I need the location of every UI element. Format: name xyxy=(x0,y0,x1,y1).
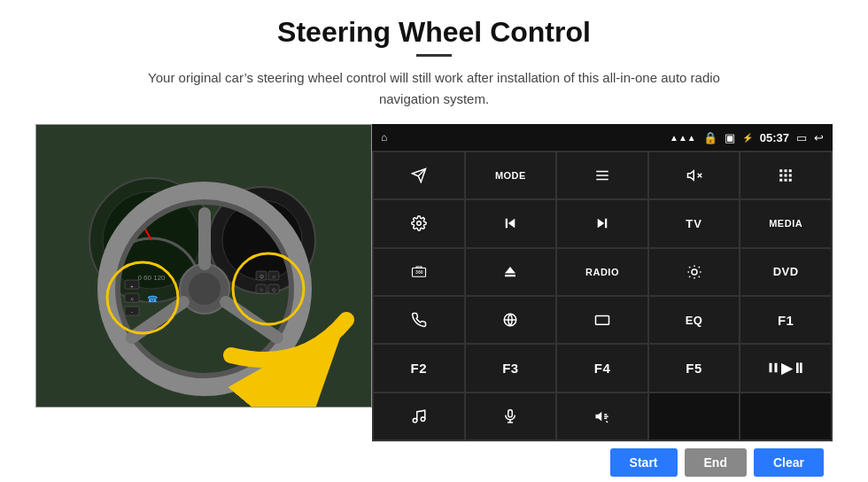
btn-media[interactable]: MEDIA xyxy=(740,200,831,246)
wifi-icon: ▲▲▲ xyxy=(670,133,696,143)
btn-play-pause[interactable]: ▶⏸ xyxy=(740,345,831,391)
btn-f5[interactable]: F5 xyxy=(649,345,740,391)
title-divider xyxy=(416,54,452,57)
btn-tv[interactable]: TV xyxy=(649,200,740,246)
btn-360[interactable]: 360 xyxy=(374,249,464,295)
svg-marker-78 xyxy=(595,412,601,422)
btn-phone[interactable] xyxy=(374,297,464,343)
svg-line-64 xyxy=(698,276,699,277)
svg-rect-44 xyxy=(785,175,787,177)
bt-icon: ⚡ xyxy=(742,133,753,143)
steering-wheel-svg: 0 60 120 xyxy=(36,125,372,408)
screen-icon: ▭ xyxy=(796,131,807,144)
svg-point-10 xyxy=(189,273,221,305)
svg-rect-40 xyxy=(779,169,782,172)
btn-prev[interactable] xyxy=(466,200,556,246)
clear-button[interactable]: Clear xyxy=(754,448,824,477)
page-title: Steering Wheel Control xyxy=(277,16,591,49)
svg-rect-70 xyxy=(769,363,771,373)
svg-rect-43 xyxy=(779,175,782,177)
svg-text:◇: ◇ xyxy=(272,287,276,292)
btn-music[interactable] xyxy=(374,393,464,439)
btn-f4[interactable]: F4 xyxy=(557,345,647,391)
svg-point-49 xyxy=(417,222,422,226)
back-icon: ↩ xyxy=(814,131,824,144)
svg-line-66 xyxy=(698,267,699,268)
svg-rect-47 xyxy=(785,179,787,182)
btn-list[interactable] xyxy=(557,152,647,198)
btn-dvd[interactable]: DVD xyxy=(740,249,831,295)
time-display: 05:37 xyxy=(760,131,789,144)
page-subtitle: Your original car’s steering wheel contr… xyxy=(124,67,744,110)
btn-eject[interactable] xyxy=(466,249,556,295)
status-bar: ⌂ ▲▲▲ 🔒 ▣ ⚡ 05:37 ▭ ↩ xyxy=(372,124,833,151)
svg-rect-48 xyxy=(789,179,792,182)
svg-text:♫: ♫ xyxy=(130,296,134,301)
content-row: 0 60 120 xyxy=(35,124,833,482)
status-bar-left: ⌂ xyxy=(381,131,387,144)
svg-text:+: + xyxy=(131,284,134,289)
btn-settings[interactable] xyxy=(374,200,464,246)
btn-send[interactable] xyxy=(374,152,464,198)
end-button[interactable]: End xyxy=(685,448,747,477)
svg-rect-45 xyxy=(789,175,792,177)
btn-browse[interactable] xyxy=(466,297,556,343)
svg-rect-71 xyxy=(774,363,777,373)
svg-rect-75 xyxy=(508,409,513,416)
lock-icon: 🔒 xyxy=(703,131,717,144)
svg-line-65 xyxy=(689,276,690,277)
btn-screen-small[interactable] xyxy=(557,297,647,343)
btn-empty-2 xyxy=(740,393,831,439)
btn-f3[interactable]: F3 xyxy=(466,345,556,391)
btn-mic[interactable] xyxy=(466,393,556,439)
svg-text:☼: ☼ xyxy=(271,274,276,279)
svg-text:⊙: ⊙ xyxy=(260,274,264,279)
page-container: Steering Wheel Control Your original car… xyxy=(0,0,868,482)
steering-wheel-bg: 0 60 120 xyxy=(36,125,371,407)
btn-f2[interactable]: F2 xyxy=(374,345,464,391)
btn-mute[interactable] xyxy=(649,152,740,198)
svg-rect-57 xyxy=(505,275,515,276)
svg-text:0  60 120: 0 60 120 xyxy=(137,274,166,282)
steering-wheel-image: 0 60 120 xyxy=(35,124,372,408)
svg-rect-46 xyxy=(779,179,782,182)
btn-apps[interactable] xyxy=(740,152,831,198)
btn-f1[interactable]: F1 xyxy=(740,297,831,343)
svg-point-74 xyxy=(421,417,425,422)
btn-mode[interactable]: MODE xyxy=(466,152,556,198)
svg-marker-52 xyxy=(598,219,605,229)
svg-rect-53 xyxy=(605,219,607,229)
btn-vol-phone[interactable] xyxy=(557,393,647,439)
sim-icon: ▣ xyxy=(725,131,735,144)
svg-marker-50 xyxy=(508,219,515,229)
home-icon[interactable]: ⌂ xyxy=(381,131,387,144)
status-bar-right: ▲▲▲ 🔒 ▣ ⚡ 05:37 ▭ ↩ xyxy=(670,131,824,144)
buttons-grid: MODE xyxy=(372,151,833,441)
btn-empty-1 xyxy=(649,393,740,439)
btn-next[interactable] xyxy=(557,200,647,246)
btn-eq[interactable]: EQ xyxy=(649,297,740,343)
control-panel: ⌂ ▲▲▲ 🔒 ▣ ⚡ 05:37 ▭ ↩ MODE xyxy=(372,124,833,482)
svg-rect-69 xyxy=(595,316,608,325)
bottom-bar: Start End Clear xyxy=(372,441,833,482)
svg-text:360: 360 xyxy=(415,270,423,275)
svg-marker-37 xyxy=(687,171,694,181)
svg-point-58 xyxy=(692,269,697,275)
start-button[interactable]: Start xyxy=(610,448,678,477)
svg-rect-51 xyxy=(506,219,508,229)
btn-radio[interactable]: RADIO xyxy=(557,249,647,295)
svg-text:☎: ☎ xyxy=(147,294,158,304)
svg-rect-41 xyxy=(785,169,787,172)
svg-point-73 xyxy=(413,418,417,423)
svg-rect-42 xyxy=(789,169,792,172)
btn-brightness[interactable] xyxy=(649,249,740,295)
svg-line-63 xyxy=(689,267,690,268)
svg-text:○: ○ xyxy=(260,287,263,292)
svg-marker-56 xyxy=(505,267,515,274)
